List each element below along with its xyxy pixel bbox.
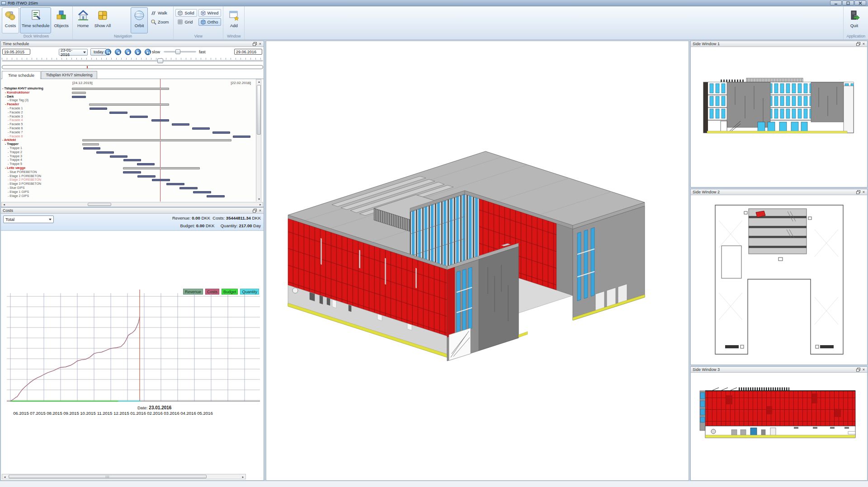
timeline-slider-handle[interactable] <box>157 58 163 63</box>
scroll-left-icon[interactable]: ◄ <box>2 203 6 206</box>
close-panel-icon[interactable]: × <box>862 190 866 194</box>
tab-time-schedule[interactable]: Time schedule <box>2 71 41 79</box>
gantt-tree-item[interactable]: - Etage 2 POREBETON <box>8 178 41 182</box>
ortho-button[interactable]: Ortho <box>198 18 222 26</box>
gantt-tree-item[interactable]: - Tidsplan KHV7 simulering <box>2 87 43 90</box>
gantt-tree-item[interactable]: - Stue GIPS <box>8 186 24 190</box>
gantt-bar[interactable] <box>82 139 231 141</box>
gantt-tree-item[interactable]: - Facade 3 <box>8 115 23 118</box>
gantt-bar[interactable] <box>151 119 169 122</box>
speed-slider-handle[interactable] <box>175 49 180 54</box>
wired-button[interactable]: Wired <box>198 9 222 17</box>
gantt-tree-item[interactable]: - Etage 3 POREBETON <box>8 182 41 186</box>
elevation-view-north[interactable] <box>691 47 867 187</box>
scrollbar-thumb[interactable] <box>88 203 111 206</box>
gantt-vertical-scrollbar[interactable]: ▲ ▼ <box>256 79 261 201</box>
main-3d-viewport[interactable] <box>266 41 689 481</box>
gantt-bar[interactable] <box>192 127 210 130</box>
gantt-bar[interactable] <box>89 103 169 106</box>
walk-button[interactable]: Walk <box>149 9 171 17</box>
gantt-tree-item[interactable]: - Trappe 4 <box>8 158 22 162</box>
gantt-tree-item[interactable]: - Etage 1 GIPS <box>8 190 29 194</box>
gantt-bar[interactable] <box>193 191 211 193</box>
home-button[interactable]: Home <box>75 7 92 33</box>
playback-end-button[interactable] <box>145 49 151 55</box>
gantt-tree-item[interactable]: - Facader <box>5 103 19 106</box>
gantt-bar[interactable] <box>72 88 169 90</box>
gantt-bar[interactable] <box>123 167 200 169</box>
gantt-tree-item[interactable]: - Arkitekt <box>2 138 16 142</box>
scroll-right-icon[interactable]: ► <box>241 475 245 479</box>
gantt-tree-item[interactable]: - Stue POREBETON <box>8 170 37 174</box>
gantt-bar[interactable] <box>212 131 230 134</box>
playback-start-button[interactable] <box>105 49 111 55</box>
add-button[interactable]: Add <box>225 7 242 33</box>
solid-button[interactable]: Solid <box>175 9 197 17</box>
gantt-tree-item[interactable]: - Trappe 1 <box>8 146 22 150</box>
gantt-tree-item[interactable]: - Facade 7 <box>8 131 23 134</box>
gantt-tree-item[interactable]: - Trapper <box>5 142 19 146</box>
timeline-slider[interactable] <box>2 60 263 61</box>
gantt-tree-item[interactable]: - Lette vægge <box>5 166 26 170</box>
costs-button[interactable]: Costs <box>2 7 19 33</box>
scroll-left-icon[interactable]: ◄ <box>3 475 7 479</box>
float-panel-icon[interactable] <box>856 368 860 372</box>
objects-button[interactable]: Objects <box>52 7 70 33</box>
scrollbar-thumb[interactable] <box>257 85 261 135</box>
float-panel-icon[interactable] <box>253 42 257 46</box>
gantt-tree-item[interactable]: - Facade 4 <box>8 118 23 122</box>
zoom-button[interactable]: Zoom <box>149 18 171 26</box>
gantt-bar[interactable] <box>82 143 99 145</box>
today-button[interactable]: today <box>90 48 107 56</box>
gantt-bar[interactable] <box>172 123 189 126</box>
float-panel-icon[interactable] <box>253 209 257 213</box>
gantt-bar[interactable] <box>96 151 114 154</box>
gantt-bar[interactable] <box>179 187 198 189</box>
costs-chart[interactable]: RevenueCostsBudgetQuantity Date: 23.01.2… <box>2 231 263 474</box>
close-window-button[interactable] <box>854 0 866 5</box>
scroll-down-icon[interactable]: ▼ <box>257 197 261 201</box>
end-date-field[interactable]: 29.06.2016 <box>234 49 262 55</box>
current-date-combo[interactable]: 23-01-2016 <box>59 49 88 56</box>
gantt-bar[interactable] <box>123 171 141 173</box>
float-panel-icon[interactable] <box>856 42 860 46</box>
quit-button[interactable]: Quit <box>845 7 863 33</box>
gantt-tree-item[interactable]: - Etage Tag (3) <box>8 98 28 102</box>
timeline-progress-bar[interactable] <box>2 65 263 69</box>
playback-back-button[interactable] <box>115 49 121 55</box>
gantt-tree-item[interactable]: - Facade 8 <box>8 135 23 138</box>
gantt-bar[interactable] <box>137 163 155 165</box>
gantt-bar[interactable] <box>83 147 100 150</box>
scrollbar-thumb[interactable] <box>9 475 207 478</box>
gantt-bar[interactable] <box>152 179 170 181</box>
gantt-tree-item[interactable]: - Dæk <box>5 95 14 98</box>
costs-horizontal-scrollbar[interactable]: ◄ ► <box>2 474 246 479</box>
gantt-horizontal-scrollbar[interactable]: ◄ ► <box>1 202 263 207</box>
gantt-tree-item[interactable]: - Trappe 3 <box>8 155 22 158</box>
minimize-button[interactable] <box>830 0 842 5</box>
start-date-field[interactable]: 19.05.2015 <box>2 49 30 55</box>
gantt-bar[interactable] <box>233 136 250 138</box>
gantt-bar[interactable] <box>207 195 225 197</box>
playback-play-button[interactable] <box>135 49 141 55</box>
gantt-bar[interactable] <box>166 183 184 185</box>
gantt-tree-item[interactable]: - Facade 2 <box>8 111 23 114</box>
gantt-tree-item[interactable]: - Konstruktioner <box>5 91 29 94</box>
gantt-bar[interactable] <box>130 116 148 118</box>
roof-plan-view[interactable] <box>691 195 867 365</box>
gantt-bar[interactable] <box>72 92 86 94</box>
tab-tidsplan-khv7[interactable]: Tidsplan KHV7 simulering <box>41 71 97 79</box>
gantt-bar[interactable] <box>137 175 156 178</box>
gantt-chart[interactable]: [24.12.2015] [22.02.2016] ▲ ▼ - Tidsplan… <box>1 79 264 201</box>
scroll-up-icon[interactable]: ▲ <box>257 80 261 84</box>
gantt-tree-item[interactable]: - Trappe 5 <box>8 162 22 166</box>
gantt-tree-item[interactable]: - Facade 6 <box>8 126 23 130</box>
orbit-button[interactable]: Orbit <box>131 7 148 33</box>
elevation-view-south[interactable] <box>691 373 867 480</box>
gantt-bar[interactable] <box>90 108 107 110</box>
scroll-right-icon[interactable]: ► <box>259 203 262 206</box>
maximize-button[interactable] <box>842 0 854 5</box>
close-panel-icon[interactable]: × <box>258 42 262 46</box>
gantt-tree-item[interactable]: - Facade 1 <box>8 107 23 110</box>
gantt-tree-item[interactable]: - Facade 5 <box>8 122 23 126</box>
